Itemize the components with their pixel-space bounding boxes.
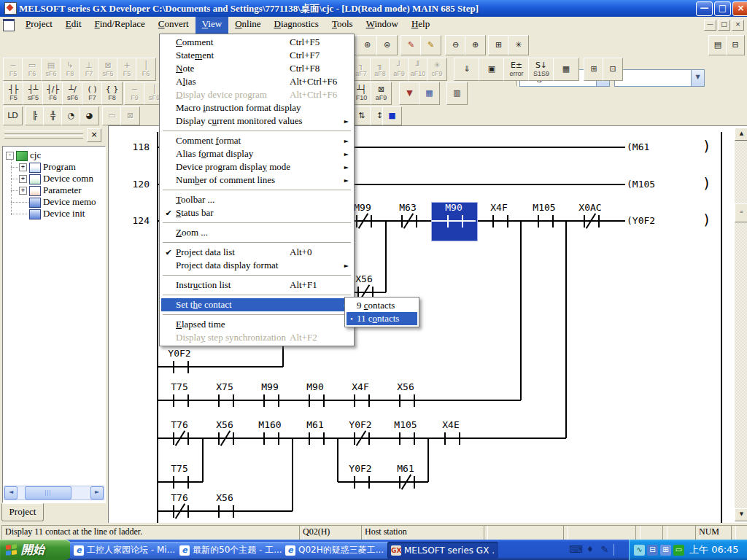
wire-af10-button[interactable]: ╜aF10 [408, 58, 428, 81]
keyboard-icon[interactable]: ⌨ [569, 543, 582, 556]
tree-horizontal-scrollbar[interactable]: ◄ ► [4, 486, 104, 500]
menu-item-toolbar-[interactable]: Toolbar ... [161, 193, 352, 206]
menu-item-device-program-display-mode[interactable]: Device program display mode► [161, 160, 352, 174]
scroll-right-icon[interactable]: ► [90, 486, 104, 499]
contact-no-y0f2[interactable] [173, 361, 189, 373]
tree-expander-expand[interactable]: + [19, 163, 27, 171]
find-replace-window-button[interactable]: ◕ [80, 106, 99, 125]
contact-no-m105[interactable] [538, 215, 554, 228]
comment-search-button[interactable]: ✳ [508, 35, 529, 55]
contact-no-m61[interactable] [309, 432, 325, 445]
coil-m105[interactable]: (M105 [627, 179, 655, 190]
monitor-mode-button[interactable]: ■ [382, 106, 402, 125]
monitor-tray-icon[interactable]: ▭ [673, 545, 684, 556]
menu-item-set-the-contact[interactable]: Set the contact► [161, 298, 352, 311]
menubar-item-tools[interactable]: Tools [325, 17, 360, 34]
scroll-left-icon[interactable]: ◄ [4, 486, 18, 499]
panel-grip[interactable] [4, 135, 83, 139]
mdi-minimize-button[interactable]: — [704, 20, 716, 31]
tree-item-program[interactable]: Program [43, 161, 76, 173]
find-device-button[interactable]: ⊛ [357, 35, 378, 55]
find-window-button[interactable]: ◔ [61, 106, 81, 125]
cascade-window-button[interactable]: ⊞ [488, 35, 509, 55]
ladder-list-button[interactable]: ▥ [446, 82, 468, 105]
convert-button[interactable]: ⇓ [454, 58, 480, 81]
step-run-button[interactable]: S↓S1S9 [528, 58, 554, 81]
edit-data-button[interactable]: ▤ [708, 35, 727, 55]
line-f6-button[interactable]: ▭F6 [22, 58, 42, 81]
menu-item-instruction-list[interactable]: Instruction listAlt+F1 [161, 279, 352, 292]
contact-nc-m99[interactable] [356, 215, 372, 228]
document-icon[interactable] [3, 19, 15, 31]
zoom-in-button[interactable]: ⊕ [465, 35, 486, 55]
line-sf6-button[interactable]: ▤sF6 [41, 58, 61, 81]
device-test-button[interactable]: ▼ [399, 82, 420, 105]
contact-no-m99[interactable] [263, 394, 279, 407]
project-data-toggle-button[interactable]: ╠ [25, 106, 44, 125]
mdi-close-button[interactable]: × [732, 20, 744, 31]
wire-cf9-button[interactable]: ✳cF9 [427, 58, 447, 81]
minimize-button[interactable]: — [696, 1, 713, 16]
panel-grip[interactable] [4, 131, 83, 134]
block-monitor-button[interactable]: ▦ [553, 58, 579, 81]
contact-no-m90[interactable] [309, 394, 325, 407]
panel-close-button[interactable]: × [87, 128, 101, 142]
menu-item-display-step-synchronization[interactable]: Display step synchronizationAlt+F2 [161, 331, 352, 344]
contact-no-x75[interactable] [218, 394, 234, 407]
menubar-item-online[interactable]: Online [228, 17, 267, 34]
activity-tray-icon[interactable]: ∿ [634, 545, 645, 556]
line-f8-button[interactable]: ↳F8 [60, 58, 80, 81]
contact-no-m105[interactable] [399, 432, 415, 445]
contact-nc-m63[interactable] [401, 215, 417, 228]
delete-line-button[interactable]: ⊠aF9 [371, 82, 392, 105]
contact-nc-t76[interactable] [173, 505, 189, 518]
submenu-item-9-contacts[interactable]: 9 contacts [347, 299, 417, 312]
menubar-item-project[interactable]: Project [19, 17, 59, 34]
menu-item-statement[interactable]: StatementCtrl+F7 [161, 49, 352, 62]
menu-item-number-of-comment-lines[interactable]: Number of comment lines► [161, 174, 352, 187]
scrollbar-thumb[interactable] [25, 486, 71, 499]
contact-no-x4f[interactable] [354, 394, 370, 407]
menubar-item-window[interactable]: Window [360, 17, 405, 34]
contact-no-m90[interactable] [447, 215, 463, 228]
tree-item-device-init[interactable]: Device init [43, 208, 85, 219]
change-display-button[interactable]: ⊟ [726, 35, 745, 55]
contact-nc-m61[interactable] [399, 476, 415, 489]
scrollbar-thumb[interactable]: ≡ [735, 203, 747, 222]
menu-item-alias[interactable]: AliasAlt+Ctrl+F6 [161, 75, 352, 88]
connection-tray-icon[interactable]: ⊞ [660, 545, 671, 556]
line-f7-button[interactable]: ⊥F7 [79, 58, 99, 81]
convert-error-button[interactable]: E±error [503, 58, 530, 81]
tree-item-cjc[interactable]: cjc [30, 149, 41, 161]
closed-contact-button[interactable]: ┤/├F6 [42, 82, 63, 105]
contact-no-m160[interactable] [263, 432, 279, 445]
contact-no-x56[interactable] [399, 394, 415, 407]
taskbar-task-1[interactable]: e工控人家园论坛 - Mi... [70, 542, 181, 559]
menu-item-display-device-program[interactable]: Display device programAlt+Ctrl+F6 [161, 88, 352, 101]
restore-button[interactable]: □ [714, 1, 731, 16]
coil-button[interactable]: ( )F7 [82, 82, 103, 105]
scroll-down-icon[interactable]: ▼ [735, 508, 747, 521]
menubar-item-help[interactable]: Help [405, 17, 436, 34]
contact-nc-x0ac[interactable] [584, 215, 600, 228]
start-button[interactable]: 開始 [0, 540, 73, 560]
tree-expander-expand[interactable]: + [19, 187, 27, 195]
line-f6b-button[interactable]: │F6 [136, 58, 156, 81]
taskbar-task-2[interactable]: e最新的50个主题 - 工... [176, 542, 287, 559]
contact-nc-x56[interactable] [218, 432, 234, 445]
contact-no-x4e[interactable] [444, 432, 460, 445]
menubar-item-convert[interactable]: Convert [152, 17, 196, 34]
open-branch-button[interactable]: ┤┴sF5 [23, 82, 44, 105]
menu-item-comment-format[interactable]: Comment format► [161, 134, 352, 147]
contact-no-t75[interactable] [173, 394, 189, 407]
contact-no-y0f2[interactable] [354, 476, 370, 489]
line-f5-button[interactable]: ─F5 [3, 58, 23, 81]
ladder-mode-button[interactable]: LD [3, 106, 23, 125]
grid-button[interactable]: ⊞ [584, 58, 604, 81]
block-down-button[interactable]: ⊡ [603, 58, 623, 81]
taskbar-task-4[interactable]: GXMELSOFT series GX ... [387, 542, 498, 559]
device-combo[interactable]: ▼ [614, 69, 705, 87]
find-instruction-button[interactable]: ⊜ [376, 35, 398, 55]
menu-item-display-current-monitored-values[interactable]: Display current monitored values► [161, 114, 352, 128]
taskbar-clock[interactable]: 上午 06:45 [689, 543, 739, 556]
